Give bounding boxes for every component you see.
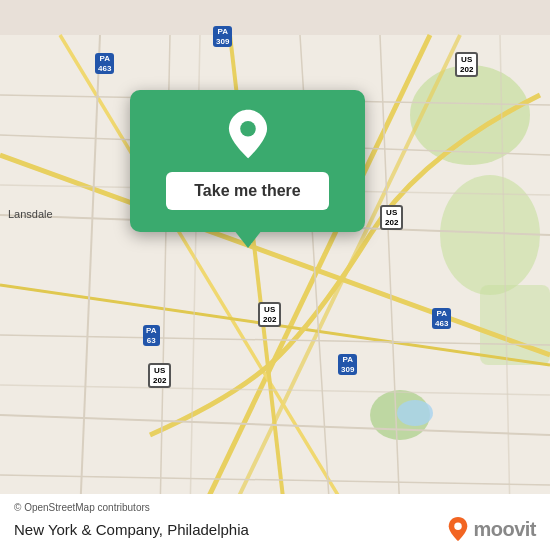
take-me-there-button[interactable]: Take me there <box>166 172 328 210</box>
location-pin-icon <box>222 108 274 160</box>
shield-us202-mid: US202 <box>380 205 403 230</box>
svg-point-5 <box>397 400 433 426</box>
svg-point-26 <box>240 121 256 137</box>
location-name: New York & Company, Philadelphia <box>14 521 249 538</box>
shield-us202-top: US202 <box>455 52 478 77</box>
shield-us202-bot2: US202 <box>148 363 171 388</box>
shield-pa63: PA63 <box>143 325 160 346</box>
moovit-text: moovit <box>473 518 536 541</box>
shield-pa309-top: PA309 <box>213 26 232 47</box>
moovit-logo: moovit <box>447 516 536 542</box>
osm-credit: © OpenStreetMap contributors <box>14 502 536 513</box>
map-svg <box>0 0 550 550</box>
shield-pa309-bot: PA309 <box>338 354 357 375</box>
popup-card: Take me there <box>130 90 365 232</box>
shield-us202-bot1: US202 <box>258 302 281 327</box>
map-container: Lansdale US202 US202 US202 US202 PA309 P… <box>0 0 550 550</box>
bottom-bar: © OpenStreetMap contributors New York & … <box>0 494 550 550</box>
moovit-pin-icon <box>447 516 469 542</box>
lansdale-label: Lansdale <box>8 208 53 220</box>
shield-pa463-bot: PA463 <box>432 308 451 329</box>
svg-point-27 <box>455 523 462 530</box>
shield-pa463-top: PA463 <box>95 53 114 74</box>
